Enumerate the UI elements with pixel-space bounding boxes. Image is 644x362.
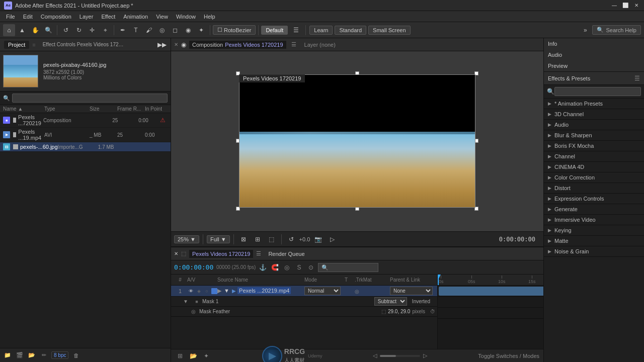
effects-item-color-correction[interactable]: ▶ Color Correction: [544, 172, 644, 183]
select-tool-button[interactable]: ▲: [16, 24, 28, 36]
project-panel-menu[interactable]: ▶▶: [157, 41, 167, 48]
reset-exposure-button[interactable]: ↺: [285, 233, 297, 245]
tl-snap-button[interactable]: 🧲: [270, 262, 280, 273]
preview-panel-header[interactable]: Preview: [544, 60, 644, 71]
menu-view[interactable]: View: [152, 13, 172, 21]
clone-stamp-tool[interactable]: ◎: [156, 24, 168, 36]
effects-item-immersive[interactable]: ▶ Immersive Video: [544, 215, 644, 225]
zoom-level-button[interactable]: 25% ▼: [174, 235, 199, 243]
workspace-standard[interactable]: Standard: [335, 26, 366, 35]
search-tool[interactable]: ⌖: [99, 24, 111, 36]
home-tool-button[interactable]: ⌂: [3, 24, 15, 36]
hand-tool-button[interactable]: ✋: [29, 24, 41, 36]
new-comp-button[interactable]: 🎬: [15, 351, 24, 360]
menu-file[interactable]: File: [2, 13, 19, 21]
effects-item-cinema4d[interactable]: ▶ CINEMA 4D: [544, 162, 644, 172]
open-item-button[interactable]: 📂: [27, 351, 36, 360]
project-file-item-0[interactable]: ■ Pexels ...720219 Composition 25 0:00 ⚠: [0, 113, 171, 128]
effects-item-keying[interactable]: ▶ Keying: [544, 225, 644, 236]
layer-mode-select-1[interactable]: Normal: [304, 287, 341, 295]
tl-quality-button[interactable]: ◎: [282, 262, 292, 273]
more-tools-button[interactable]: »: [579, 24, 591, 36]
effects-item-matte[interactable]: ▶ Matte: [544, 236, 644, 246]
menu-help[interactable]: Help: [200, 13, 219, 21]
new-folder-button[interactable]: 📁: [3, 351, 12, 360]
menu-window[interactable]: Window: [172, 13, 200, 21]
menu-composition[interactable]: Composition: [37, 13, 75, 21]
audio-panel-header[interactable]: Audio: [544, 49, 644, 60]
mask-mode-select-1[interactable]: Subtract: [374, 297, 407, 306]
rotobezier-toggle[interactable]: ☐ RotoBezier: [213, 25, 256, 35]
effects-item-boris[interactable]: ▶ Boris FX Mocha: [544, 141, 644, 151]
effect-controls-tab[interactable]: Effect Controls Pexels Videos 1720219.n: [39, 41, 129, 48]
motion-blur-button[interactable]: ▷: [326, 233, 338, 245]
tl-new-comp-button[interactable]: ⊞: [175, 351, 185, 361]
effects-item-distort[interactable]: ▶ Distort: [544, 183, 644, 194]
cursor-tool[interactable]: ✛: [86, 24, 98, 36]
timeline-playhead[interactable]: [438, 275, 439, 285]
roto-tool[interactable]: ◉: [182, 24, 194, 36]
timeline-comp-tab[interactable]: Pexels Videos 1720219: [189, 250, 253, 258]
project-tab[interactable]: Project: [4, 41, 29, 49]
text-tool[interactable]: T: [130, 24, 142, 36]
effects-item-generate[interactable]: ▶ Generate: [544, 204, 644, 215]
zoom-tool-button[interactable]: 🔍: [42, 24, 54, 36]
region-interest-button[interactable]: ⊠: [237, 233, 250, 245]
workspace-default[interactable]: Default: [261, 26, 288, 35]
effects-menu-button[interactable]: ☰: [634, 75, 640, 82]
effects-item-noise-grain[interactable]: ▶ Noise & Grain: [544, 246, 644, 257]
layer-parent-select-1[interactable]: None: [390, 287, 433, 295]
delete-button[interactable]: 🗑: [71, 351, 80, 360]
menu-animation[interactable]: Animation: [119, 13, 152, 21]
quality-button[interactable]: Full ▼: [207, 235, 230, 243]
feather-stopwatch[interactable]: ⏱: [430, 309, 435, 314]
effects-item-blur-sharpen[interactable]: ▶ Blur & Sharpen: [544, 130, 644, 141]
timeline-search-input[interactable]: [318, 263, 378, 272]
bpc-badge[interactable]: 8 bpc: [51, 351, 68, 359]
tl-anchor-button[interactable]: ⚓: [258, 262, 268, 273]
track-bar-1[interactable]: [439, 287, 543, 296]
layer-solo-button-1[interactable]: ○: [203, 288, 210, 295]
effects-item-audio[interactable]: ▶ Audio: [544, 120, 644, 130]
undo-button[interactable]: ↺: [60, 24, 72, 36]
maximize-button[interactable]: ⬜: [622, 2, 629, 9]
workspace-learn[interactable]: Learn: [309, 26, 333, 35]
effects-item-channel[interactable]: ▶ Channel: [544, 151, 644, 162]
menu-layer[interactable]: Layer: [75, 13, 98, 21]
camera-button[interactable]: 📷: [312, 233, 324, 245]
puppet-tool[interactable]: ✦: [195, 24, 207, 36]
timeline-layer-1[interactable]: 1 👁 ◈ ○ ▶ ▼ ▶ Pexels ...20219.mp4: [171, 286, 437, 297]
timeline-panel-menu[interactable]: ☰: [256, 250, 261, 257]
menu-edit[interactable]: Edit: [19, 13, 37, 21]
layer-eye-button-1[interactable]: 👁: [187, 288, 194, 295]
redo-button[interactable]: ↻: [73, 24, 85, 36]
info-panel-header[interactable]: Info: [544, 38, 644, 49]
tl-solo-button[interactable]: S: [294, 262, 304, 273]
project-search-input[interactable]: [12, 94, 168, 103]
tl-motion-blur-toggle[interactable]: ⊙: [306, 262, 316, 273]
3d-renderer-button[interactable]: ⬚: [266, 233, 278, 245]
render-queue-button[interactable]: Render Queue: [264, 250, 308, 258]
effects-item-animation-presets[interactable]: ▶ * Animation Presets: [544, 99, 644, 109]
effects-search-input[interactable]: [554, 87, 641, 96]
comp-panel-close[interactable]: ✕: [174, 42, 178, 47]
composition-tab[interactable]: Composition Pexels Videos 1720219: [189, 41, 286, 49]
workspace-small-screen[interactable]: Small Screen: [368, 26, 410, 35]
layer-expand-2[interactable]: ▼: [224, 288, 229, 294]
project-file-item-2[interactable]: 🖼 pexels-...60.jpg Importe...G 1.7 MB: [0, 142, 171, 152]
transparency-button[interactable]: ⊞: [252, 233, 264, 245]
layer-lock-button-1[interactable]: ◈: [195, 288, 202, 295]
project-file-item-1[interactable]: ▶ Pexels ...19.mp4 AVI _ MB 25 0:00: [0, 128, 171, 142]
zoom-slider[interactable]: [380, 355, 420, 357]
toggle-switches-label[interactable]: Toggle Switches / Modes: [478, 353, 539, 359]
effects-item-3d-channel[interactable]: ▶ 3D Channel: [544, 109, 644, 120]
tl-addkey-button[interactable]: ✦: [201, 351, 211, 361]
paint-tool[interactable]: 🖌: [143, 24, 155, 36]
pen-tool[interactable]: ✒: [117, 24, 129, 36]
mask-toggle-1[interactable]: ■: [193, 298, 200, 305]
timeline-time-display[interactable]: 0:00:00:00: [174, 263, 214, 271]
comp-panel-menu[interactable]: ☰: [291, 41, 296, 48]
edit-button[interactable]: ✏: [39, 351, 48, 360]
minimize-button[interactable]: —: [611, 2, 618, 9]
tl-draft-button[interactable]: 📂: [188, 351, 198, 361]
